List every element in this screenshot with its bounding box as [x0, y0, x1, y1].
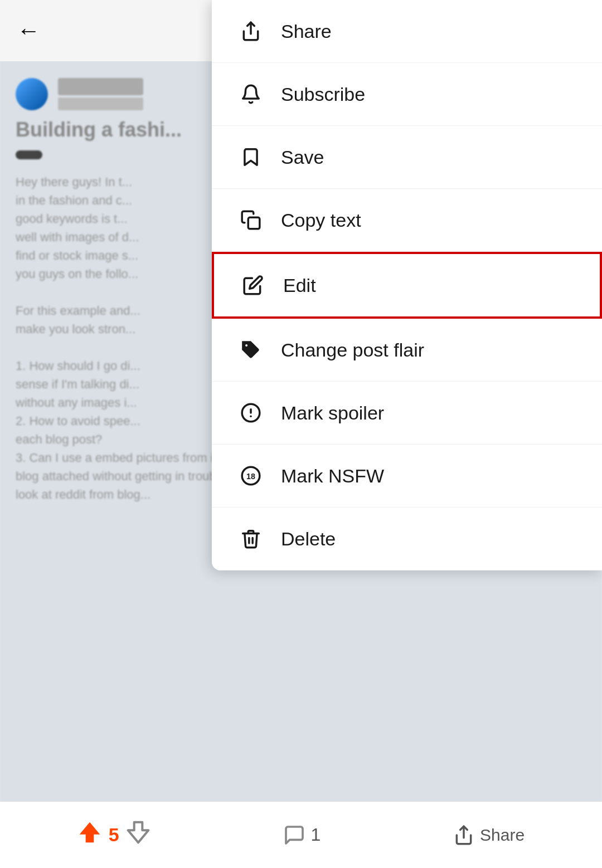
vote-actions: 5 [77, 820, 151, 850]
menu-spoiler-label: Mark spoiler [281, 402, 384, 424]
comment-action[interactable]: 1 [283, 824, 321, 846]
share-button[interactable]: Share [453, 825, 525, 846]
menu-nsfw-label: Mark NSFW [281, 465, 384, 487]
downvote-button[interactable] [126, 820, 151, 850]
tag-icon [239, 338, 263, 362]
menu-share-label: Share [281, 21, 332, 42]
edit-icon [241, 273, 265, 298]
menu-item-edit[interactable]: Edit [212, 252, 602, 319]
nsfw-icon: 18 [239, 464, 263, 488]
subreddit-info: r/[subreddit] u/[username] [58, 78, 143, 110]
back-button[interactable]: ← [17, 19, 40, 42]
spoiler-icon [239, 401, 263, 425]
menu-item-change-flair[interactable]: Change post flair [212, 319, 602, 382]
menu-item-share[interactable]: Share [212, 0, 602, 63]
menu-subscribe-label: Subscribe [281, 84, 365, 105]
subreddit-icon [16, 78, 48, 110]
subreddit-name: r/[subreddit] [58, 78, 143, 95]
bookmark-icon [239, 145, 263, 169]
menu-item-nsfw[interactable]: 18 Mark NSFW [212, 445, 602, 508]
menu-flair-label: Change post flair [281, 339, 424, 361]
menu-delete-label: Delete [281, 528, 336, 550]
menu-item-delete[interactable]: Delete [212, 508, 602, 570]
username: u/[username] [58, 97, 143, 110]
menu-copy-label: Copy text [281, 209, 361, 231]
menu-item-subscribe[interactable]: Subscribe [212, 63, 602, 126]
menu-save-label: Save [281, 147, 324, 168]
bell-icon [239, 82, 263, 106]
menu-item-copy-text[interactable]: Copy text [212, 189, 602, 252]
menu-item-save[interactable]: Save [212, 126, 602, 189]
copy-icon [239, 208, 263, 232]
vote-count: 5 [109, 824, 119, 846]
share-icon-bottom [453, 825, 474, 846]
comment-icon [283, 824, 305, 846]
upvote-button[interactable] [77, 820, 102, 850]
menu-edit-label: Edit [283, 275, 316, 296]
share-icon [239, 19, 263, 43]
comment-count: 1 [311, 825, 321, 845]
share-label: Share [480, 826, 525, 845]
svg-text:18: 18 [246, 472, 255, 481]
trash-icon [239, 526, 263, 551]
menu-item-spoiler[interactable]: Mark spoiler [212, 382, 602, 445]
context-menu: Share Subscribe Save Copy text [212, 0, 602, 570]
svg-rect-1 [248, 217, 260, 229]
bottom-bar: 5 1 Share [0, 801, 602, 868]
flair-badge [16, 150, 42, 159]
